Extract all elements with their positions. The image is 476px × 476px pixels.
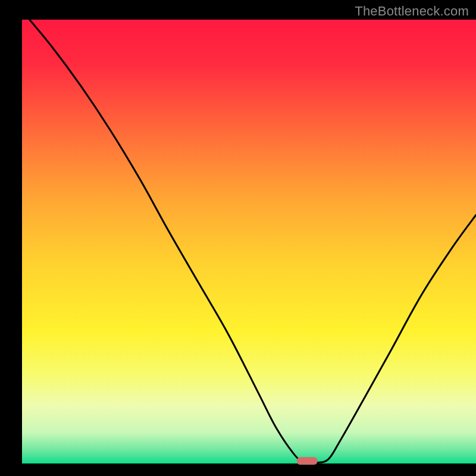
watermark-label: TheBottleneck.com <box>355 4 469 19</box>
chart-container: TheBottleneck.com <box>0 0 476 476</box>
plot-background <box>22 20 476 464</box>
bottleneck-chart <box>0 0 476 476</box>
optimal-marker <box>297 457 318 465</box>
